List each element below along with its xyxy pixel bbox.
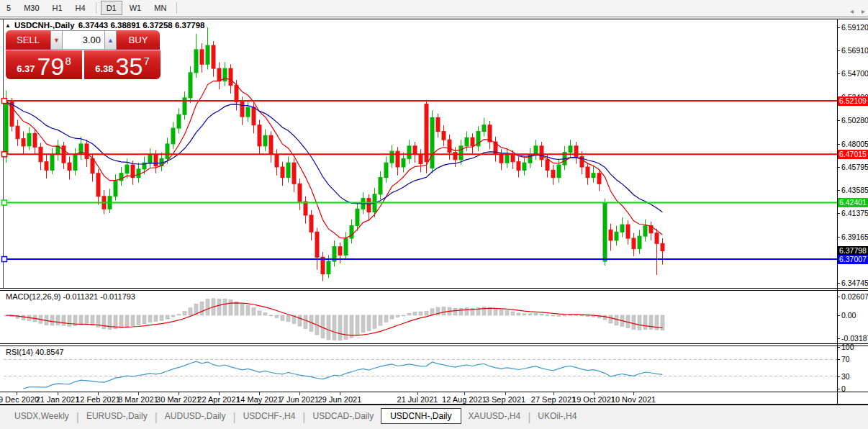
buy-price-button[interactable]: 6.38 35 7 — [84, 50, 161, 79]
macd-indicator-label: MACD(12,26,9) -0.011321 -0.011793 — [6, 292, 135, 301]
arrow-up-icon: ▲ — [107, 37, 114, 44]
one-click-trade-panel: SELL ▼ 3.00 ▲ BUY 6.37 79 8 6.38 35 7 — [6, 30, 161, 79]
chart-ohlc-values: 6.37443 6.38891 6.37258 6.37798 — [78, 21, 205, 30]
rsi-tick-label: 70 — [841, 355, 850, 363]
tab-ukoil-h4[interactable]: UKOil-,H4 — [530, 409, 584, 423]
price-tick-label: 6.39165 — [841, 232, 868, 241]
price-tick-dash — [837, 213, 840, 214]
rsi-tick-dash — [837, 376, 840, 377]
price-level-badge: 6.37007 — [838, 255, 868, 264]
macd-tick-label: 0.00 — [841, 311, 856, 320]
toolbar-separator — [96, 2, 96, 14]
price-tick-dash — [837, 283, 840, 284]
level-line-handle — [2, 200, 7, 205]
level-line-handle — [2, 99, 7, 104]
buy-price-prefix: 6.38 — [95, 63, 113, 74]
rsi-tick-dash — [837, 389, 840, 389]
level-line-handle — [2, 257, 7, 262]
date-label: 10 Nov 2021 — [605, 395, 662, 404]
macd-tick-dash — [837, 338, 840, 339]
price-tick-dash — [837, 190, 840, 191]
toolbar-separator — [176, 2, 177, 14]
tab-usdcnh-daily[interactable]: USDCNH-,Daily — [381, 408, 461, 424]
sell-price-main: 79 — [37, 55, 65, 77]
price-level-badge: 6.52109 — [838, 96, 868, 106]
chart-tab-bar: USDX,Weekly|EURUSD-,Daily|AUDUSD-,Daily|… — [0, 405, 868, 429]
sell-button[interactable]: SELL — [6, 30, 50, 50]
timeframe-button-M30[interactable]: M30 — [18, 1, 45, 15]
volume-increase-button[interactable]: ▲ — [104, 30, 117, 50]
tab-usdcad-daily[interactable]: USDCAD-,Daily — [305, 409, 381, 423]
price-tick-label: 6.59120 — [841, 23, 868, 32]
price-tick-dash — [837, 144, 840, 145]
trading-terminal-window: 5M30H1H4D1W1MN ▲ USDCNH-,Daily 6.37443 6… — [0, 0, 868, 429]
sell-price-prefix: 6.37 — [17, 63, 35, 74]
price-tick-label: 6.43585 — [841, 186, 868, 194]
macd-tick-dash — [837, 297, 840, 297]
tab-usdchf-h4[interactable]: USDCHF-,H4 — [236, 409, 303, 423]
price-tick-dash — [837, 167, 840, 168]
timeframe-button-W1[interactable]: W1 — [124, 1, 148, 15]
tab-eurusd-daily[interactable]: EURUSD-,Daily — [79, 409, 155, 423]
rsi-tick-label: 100 — [841, 343, 854, 351]
rsi-tick-label: 30 — [841, 372, 850, 381]
price-tick-label: 6.50280 — [841, 116, 868, 125]
price-level-badge: 6.42401 — [838, 198, 868, 207]
macd-tick-label: -0.03187 — [841, 334, 868, 343]
level-line-handle — [2, 152, 7, 157]
price-level-badge: 6.47015 — [838, 150, 868, 159]
price-tick-label: 6.56910 — [841, 46, 868, 55]
price-tick-dash — [837, 50, 840, 51]
tab-usdx-weekly[interactable]: USDX,Weekly — [7, 409, 76, 423]
price-tick-label: 6.41375 — [841, 209, 868, 217]
chart-title-bar: ▲ USDCNH-,Daily 6.37443 6.38891 6.37258 … — [5, 21, 205, 30]
rsi-tick-dash — [837, 359, 840, 360]
buy-price-main: 35 — [116, 55, 143, 77]
timeframe-toolbar: 5M30H1H4D1W1MN — [0, 0, 868, 17]
price-tick-dash — [837, 27, 840, 28]
price-tick-label: 6.34745 — [841, 279, 868, 287]
collapse-chart-icon[interactable]: ▲ — [5, 22, 11, 29]
date-label: 29 Jun 2021 — [311, 395, 369, 404]
arrow-down-icon: ▼ — [53, 37, 60, 44]
sell-price-button[interactable]: 6.37 79 8 — [6, 50, 82, 79]
rsi-indicator-label: RSI(14) 40.8547 — [6, 348, 64, 356]
price-tick-label: 6.48005 — [841, 140, 868, 148]
rsi-tick-label: 0 — [841, 384, 846, 393]
timeframe-button-MN[interactable]: MN — [148, 1, 172, 15]
price-tick-label: 6.45795 — [841, 163, 868, 171]
tab-audusd-daily[interactable]: AUDUSD-,Daily — [158, 409, 233, 423]
price-tick-dash — [837, 73, 840, 74]
macd-histogram — [4, 299, 664, 340]
tabs-scroll-right-button[interactable]: ▸ — [862, 7, 865, 15]
timeframe-button-D1[interactable]: D1 — [101, 1, 122, 15]
price-tick-dash — [837, 237, 840, 238]
chart-symbol-title: USDCNH-,Daily — [14, 21, 75, 30]
timeframe-button-5[interactable]: 5 — [1, 1, 17, 15]
tab-xauusd-h4[interactable]: XAUUSD-,H4 — [461, 409, 528, 423]
macd-tick-label: 0.02607 — [841, 292, 868, 301]
buy-price-pip: 7 — [143, 55, 149, 67]
volume-decrease-button[interactable]: ▼ — [50, 30, 63, 50]
rsi-line — [24, 361, 663, 389]
timeframe-button-H1[interactable]: H1 — [47, 1, 68, 15]
sell-price-pip: 8 — [65, 55, 71, 67]
buy-button[interactable]: BUY — [117, 30, 160, 50]
volume-input[interactable]: 3.00 — [63, 30, 104, 50]
price-tick-label: 6.54700 — [841, 69, 868, 78]
rsi-pane[interactable] — [0, 346, 837, 392]
macd-tick-dash — [837, 315, 840, 316]
tabs-scroll-left-button[interactable]: ◂ — [850, 7, 854, 15]
price-tick-dash — [837, 120, 840, 121]
timeframe-button-H4[interactable]: H4 — [70, 1, 91, 15]
rsi-tick-dash — [837, 347, 840, 348]
